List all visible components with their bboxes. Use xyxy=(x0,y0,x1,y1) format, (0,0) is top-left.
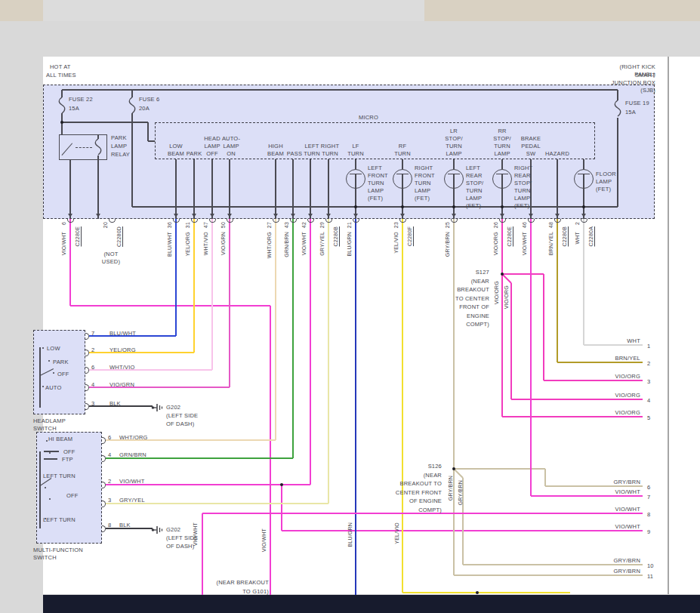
diagram-label: LF TURN xyxy=(347,143,364,158)
junction-dot xyxy=(354,205,357,208)
diagram-label: C2280B xyxy=(332,226,339,247)
diagram-label: 6 xyxy=(647,484,650,491)
fuse-symbol xyxy=(94,139,103,159)
wire-segment-micro-feed-branch xyxy=(148,140,155,141)
wire-segment-micro-output-drops xyxy=(557,159,557,219)
diagram-label: FTP xyxy=(62,456,73,464)
diagram-label: C2280D xyxy=(116,226,122,247)
diagram-label: BRN/YEL xyxy=(615,355,641,362)
diagram-label: 47 xyxy=(202,222,209,228)
diagram-label: VIO/WHT xyxy=(615,523,640,531)
down-arrow xyxy=(400,214,405,217)
fet-stem xyxy=(453,174,454,189)
diagram-label: GRY/YEL xyxy=(119,497,145,504)
diagram-label: BRAKE PEDAL SW xyxy=(521,135,541,158)
diagram-label: VIO/ORG xyxy=(615,392,641,399)
diagram-label: HEAD LAMP OFF xyxy=(204,135,220,158)
wire-segment-micro-feed-branch xyxy=(147,122,148,141)
diagram-label: VIO/WHT xyxy=(301,232,307,255)
wire-segment-wire-yel-org xyxy=(89,352,194,353)
wire-segment-fuse19-leads xyxy=(617,118,618,207)
diagram-label: 7 xyxy=(91,330,94,337)
down-arrow xyxy=(96,214,100,217)
wire-segment-wire-vio-wht-park-feed xyxy=(70,305,270,306)
fet-stem xyxy=(501,174,502,189)
diagram-label: 4 xyxy=(647,397,650,405)
diagram-label: VIO/ORG xyxy=(493,281,500,304)
diagram-label: 5 xyxy=(647,414,650,422)
diagram-label: 21 xyxy=(346,222,353,228)
diagram-label: WHT xyxy=(627,337,640,345)
diagram-label: GRY/BRN xyxy=(444,232,451,257)
diagram-label: 3 xyxy=(91,400,94,408)
diagram-label: 20A xyxy=(139,105,150,112)
diagram-label: 31 xyxy=(184,222,191,228)
fuse-symbol xyxy=(57,97,66,117)
junction-dot xyxy=(476,591,479,594)
diagram-label: BLU/GRN xyxy=(346,232,353,257)
wire-segment-micro-output-drops xyxy=(175,159,176,219)
down-arrow xyxy=(273,214,278,217)
diagram-label: BLU/WHT xyxy=(109,330,136,337)
diagram-label: VIO/GRN xyxy=(109,381,134,389)
diagram-label: VIO/ORG xyxy=(503,285,510,309)
diagram-label: 10 xyxy=(647,562,654,570)
relay-link-dash xyxy=(76,147,92,148)
junction-dot xyxy=(60,121,63,124)
diagram-label: VIO/GRN xyxy=(220,232,227,255)
diagram-label: BRN/YEL xyxy=(547,232,554,255)
wire-segment-wire-vio-wht-brake xyxy=(530,219,532,496)
diagram-label: 36 xyxy=(166,222,173,228)
diagram-label: 46 xyxy=(521,222,528,228)
wire-segment-micro-feed-branch xyxy=(62,122,148,122)
wire-segment-wire-blu-wht xyxy=(175,219,177,336)
footer-bar xyxy=(43,595,700,613)
diagram-label: 4 xyxy=(108,451,111,459)
diagram-label: SMART JUNCTION BOX (SJB) xyxy=(611,72,655,94)
diagram-label: WHT/ORG xyxy=(119,434,148,442)
diagram-label: GRY/YEL xyxy=(319,232,325,256)
diagram-label: GRY/BRN xyxy=(457,480,464,505)
wire-segment-wire-vio-wht-park-feed xyxy=(270,306,271,595)
diagram-label: FUSE 6 xyxy=(139,96,159,103)
diagram-label: 50 xyxy=(220,222,227,228)
down-arrow xyxy=(529,214,533,217)
down-arrow xyxy=(174,214,178,217)
down-arrow xyxy=(210,214,214,217)
wire-segment-fet-drops xyxy=(355,159,356,169)
diagram-label: LR STOP/ TURN LAMP xyxy=(445,128,462,158)
down-arrow xyxy=(192,214,196,217)
header-right-beige xyxy=(424,0,700,21)
diagram-label: GRY/BRN xyxy=(614,479,640,486)
diagram-label: 4 xyxy=(91,381,94,389)
diagram-label: HEADLAMP SWITCH xyxy=(33,417,66,433)
panel-scroll-line xyxy=(668,57,669,594)
diagram-label: 3 xyxy=(108,497,111,504)
wire-segment-wire-blk-headlamp xyxy=(89,405,153,407)
wire-segment-fuse22-leads xyxy=(61,90,62,97)
diagram-label: 6 xyxy=(91,364,94,371)
diagram-label: 25 xyxy=(444,222,451,228)
wire-segment-wire-vio-org-s127 xyxy=(543,274,544,380)
diagram-label: C2280A xyxy=(587,226,594,247)
junction-dot xyxy=(280,483,283,486)
diagram-label: YEL/ORG xyxy=(109,347,136,354)
diagram-label: PARK xyxy=(111,134,127,142)
diagram-label: 2 xyxy=(647,360,650,368)
diagram-label: ALL TIMES xyxy=(46,72,76,79)
diagram-label: 8 xyxy=(647,511,650,519)
diagram-label: 2 xyxy=(91,347,94,354)
down-arrow xyxy=(326,214,331,217)
diagram-label: 20 xyxy=(102,222,109,228)
fuse-symbol xyxy=(128,97,137,117)
diagram-label: GRY/BRN xyxy=(447,476,454,501)
wire-segment-micro-output-drops xyxy=(229,159,230,219)
junction-dot xyxy=(501,205,504,208)
diagram-label: AUTO- LAMP ON xyxy=(222,135,240,158)
wire-segment-wire-gry-brn-s126 xyxy=(453,219,455,469)
diagram-label: WHT/VIO xyxy=(202,232,209,255)
diagram-label: 26 xyxy=(492,222,499,228)
diagram-label: RIGHT TURN xyxy=(321,143,339,158)
diagram-label: PASS xyxy=(287,150,302,158)
wire-segment-wire-vio-org-s127 xyxy=(510,283,512,399)
